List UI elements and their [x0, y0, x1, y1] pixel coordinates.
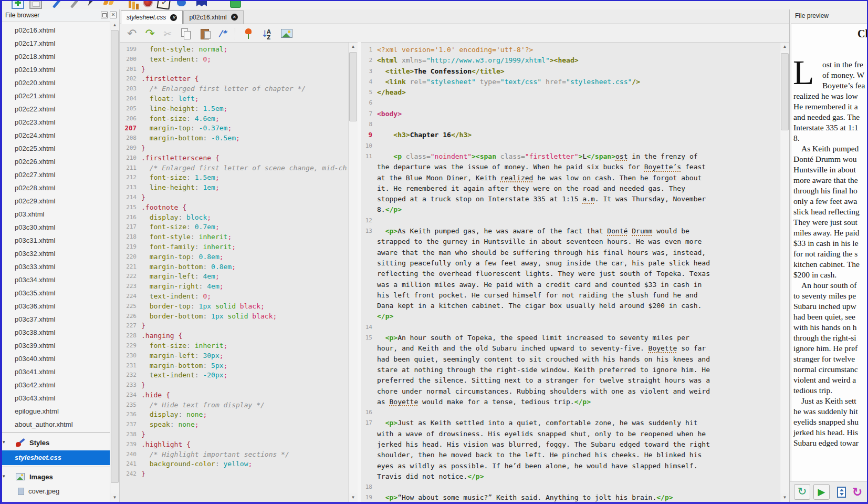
- hand-icon[interactable]: [175, 1, 188, 9]
- scroll-down-icon[interactable]: ▼: [780, 493, 789, 502]
- run-icon[interactable]: ▶: [813, 484, 830, 500]
- file-item[interactable]: p03c41.xhtml: [2, 365, 119, 378]
- scroll-up-icon[interactable]: ▲: [780, 43, 789, 51]
- sort-az-icon[interactable]: ↓: [261, 28, 273, 39]
- file-item[interactable]: p02c29.xhtml: [2, 194, 119, 208]
- code-line[interactable]: 16: [361, 407, 780, 418]
- refresh-icon[interactable]: ↻: [794, 484, 810, 500]
- paste-icon[interactable]: [200, 28, 211, 39]
- code-line[interactable]: 10: [361, 141, 780, 151]
- code-line[interactable]: 211 /* Enlarged first letter of scene ch…: [120, 163, 349, 173]
- code-line[interactable]: 213 line-height: 1em;: [120, 183, 349, 193]
- code-line[interactable]: 9 <h3>Chapter 16</h3>: [361, 130, 780, 140]
- close-panel-icon[interactable]: ✕: [110, 12, 117, 18]
- code-line[interactable]: 19 <p>“How about some music?” Keith said…: [361, 492, 780, 502]
- code-line[interactable]: 5</head>: [361, 87, 780, 98]
- file-item[interactable]: p02c16.xhtml: [2, 24, 119, 37]
- images-section-header[interactable]: ▾ Images: [2, 469, 119, 485]
- split-icon[interactable]: [837, 487, 846, 498]
- code-line[interactable]: 4 <link rel="stylesheet" type="text/css"…: [361, 77, 780, 87]
- code-line[interactable]: 203 /* Enlarged first letter of chapter …: [120, 84, 349, 94]
- scroll-down-icon[interactable]: ▼: [349, 493, 358, 502]
- xhtml-code[interactable]: 1<?xml version='1.0' encoding='utf-8'?>2…: [361, 45, 780, 502]
- code-line[interactable]: 3 <title>The Confession</title>: [361, 66, 780, 77]
- css-editor-scrollbar[interactable]: ▲ ▼: [348, 43, 358, 502]
- code-line[interactable]: 210.firstletterscene {: [120, 153, 349, 163]
- file-item[interactable]: p03c31.xhtml: [2, 234, 119, 247]
- file-item[interactable]: p03c30.xhtml: [2, 221, 119, 234]
- code-line[interactable]: 199 font-style: normal;: [120, 45, 349, 55]
- code-line[interactable]: 8: [361, 119, 780, 130]
- code-line[interactable]: 1<?xml version='1.0' encoding='utf-8'?>: [361, 45, 780, 55]
- save-icon[interactable]: [29, 1, 42, 9]
- code-line[interactable]: 233}: [120, 380, 349, 390]
- file-item[interactable]: p03c42.xhtml: [2, 378, 119, 392]
- code-line[interactable]: 212 font-size: 1.5em;: [120, 173, 349, 183]
- code-line[interactable]: 214}: [120, 193, 349, 203]
- file-list-scrollbar[interactable]: ▲ ▼: [110, 21, 119, 502]
- code-line[interactable]: 217 font-size: 0.7em;: [120, 222, 349, 232]
- file-item[interactable]: epilogue.xhtml: [2, 405, 119, 418]
- scrollbar-thumb[interactable]: [781, 53, 789, 130]
- cut-icon[interactable]: ✂: [163, 28, 172, 39]
- code-line[interactable]: 226 border-bottom: 1px solid black;: [120, 312, 349, 322]
- beautify-icon[interactable]: [244, 28, 253, 39]
- file-item[interactable]: p02c20.xhtml: [2, 76, 119, 89]
- code-line[interactable]: 207 margin-top: -0.37em;: [120, 124, 349, 133]
- check-icon[interactable]: [156, 1, 171, 10]
- code-line[interactable]: 230 margin-left: 30px;: [120, 351, 349, 361]
- collapse-images-icon[interactable]: ▾: [3, 474, 5, 479]
- bookmark-icon[interactable]: [195, 1, 208, 9]
- code-line[interactable]: 219 font-family: inherit;: [120, 242, 349, 252]
- file-item[interactable]: p02c28.xhtml: [2, 181, 119, 194]
- tab-p02c16.xhtml[interactable]: p02c16.xhtml✕: [183, 10, 243, 24]
- float-panel-icon[interactable]: [101, 12, 108, 18]
- code-line[interactable]: 227}: [120, 321, 349, 331]
- tab-close-icon[interactable]: ✕: [170, 14, 177, 21]
- reload-icon[interactable]: ↻: [852, 485, 862, 499]
- file-item[interactable]: p02c24.xhtml: [2, 129, 119, 142]
- code-line[interactable]: 205 line-height: 1.5em;: [120, 104, 349, 114]
- file-item-stylesheet[interactable]: stylesheet.css: [2, 450, 110, 465]
- scroll-down-icon[interactable]: ▼: [110, 493, 119, 502]
- code-line[interactable]: 11 <p class="noindent"><span class="firs…: [361, 151, 780, 215]
- scroll-up-icon[interactable]: ▲: [349, 43, 358, 51]
- code-line[interactable]: 200 text-indent: 0;: [120, 55, 349, 65]
- file-item[interactable]: p03c38.xhtml: [2, 326, 119, 339]
- code-line[interactable]: 232 text-indent: -20px;: [120, 371, 349, 380]
- xhtml-editor-scrollbar[interactable]: ▲ ▼: [780, 43, 789, 502]
- file-item[interactable]: p02c23.xhtml: [2, 116, 119, 129]
- file-item[interactable]: p03c39.xhtml: [2, 339, 119, 352]
- code-line[interactable]: 6: [361, 98, 780, 108]
- styles-section-header[interactable]: ▾ Styles: [2, 435, 119, 450]
- file-item[interactable]: p02c18.xhtml: [2, 50, 119, 63]
- code-line[interactable]: 222 margin-left: 4em;: [120, 272, 349, 282]
- code-line[interactable]: 240 /* Highlight important sections */: [120, 450, 349, 460]
- code-line[interactable]: 220 margin-top: 0.8em;: [120, 252, 349, 262]
- code-line[interactable]: 218 font-style: inherit;: [120, 232, 349, 242]
- file-item[interactable]: p03c34.xhtml: [2, 273, 119, 286]
- file-item[interactable]: p02c19.xhtml: [2, 63, 119, 76]
- code-line[interactable]: 229 font-size: inherit;: [120, 341, 349, 351]
- box-icon[interactable]: [229, 1, 242, 9]
- code-line[interactable]: 201}: [120, 65, 349, 75]
- code-line[interactable]: 204 float: left;: [120, 94, 349, 104]
- file-item[interactable]: about_author.xhtml: [2, 418, 119, 431]
- preview-page[interactable]: Chapter 16 L ost in the freof money. WBo…: [791, 23, 867, 482]
- bug-icon[interactable]: [142, 1, 154, 9]
- code-line[interactable]: 216 display: block;: [120, 213, 349, 223]
- code-line[interactable]: 15 <p>An hour south of Topeka, the speed…: [361, 333, 780, 407]
- file-item[interactable]: p03c32.xhtml: [2, 247, 119, 260]
- code-line[interactable]: 236 display: none;: [120, 410, 349, 420]
- code-line[interactable]: 225 border-top: 1px solid black;: [120, 302, 349, 312]
- code-line[interactable]: 231 margin-bottom: 5px;: [120, 361, 349, 371]
- file-item[interactable]: p03c33.xhtml: [2, 260, 119, 273]
- reports-icon[interactable]: [127, 1, 140, 9]
- insert-image-icon[interactable]: [281, 29, 292, 38]
- code-line[interactable]: 238}: [120, 430, 349, 440]
- file-item[interactable]: p02c21.xhtml: [2, 89, 119, 102]
- code-line[interactable]: 228.hanging {: [120, 331, 349, 341]
- scrollbar-thumb[interactable]: [111, 30, 119, 483]
- code-line[interactable]: 221 margin-bottom: 0.8em;: [120, 262, 349, 272]
- css-editor-pane[interactable]: 199 font-style: normal;200 text-indent: …: [120, 42, 358, 502]
